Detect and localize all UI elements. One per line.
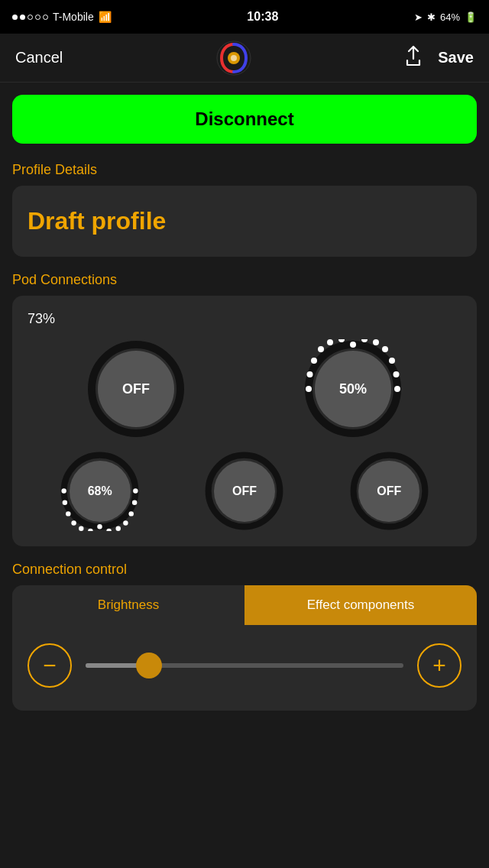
svg-point-29	[129, 511, 134, 516]
tab-switcher: Brightness Effect components	[12, 585, 477, 625]
main-content: Disconnect Profile Details Draft profile…	[0, 83, 489, 738]
location-icon: ➤	[414, 11, 423, 23]
slider-track	[86, 663, 403, 668]
svg-point-16	[307, 371, 313, 377]
svg-point-31	[133, 488, 138, 493]
pod-card: 73% OFF	[12, 296, 477, 546]
tab-brightness[interactable]: Brightness	[12, 585, 244, 625]
connection-section-label: Connection control	[12, 562, 477, 578]
dot-4	[35, 15, 40, 20]
signal-strength	[12, 15, 48, 20]
svg-point-9	[373, 339, 379, 345]
pod-4-label: OFF	[214, 461, 275, 522]
battery-label: 64%	[440, 11, 460, 23]
overall-percent: 73%	[28, 311, 461, 327]
share-button[interactable]	[404, 45, 423, 71]
pod-4[interactable]: OFF	[204, 451, 284, 531]
pod-3-label: 68%	[70, 461, 131, 522]
dot-5	[43, 15, 48, 20]
nav-right: Save	[404, 45, 474, 71]
profile-name: Draft profile	[28, 207, 461, 235]
minus-icon: −	[43, 653, 57, 679]
slider-track-container[interactable]	[86, 663, 403, 668]
carrier-label: T-Mobile	[53, 11, 94, 23]
svg-point-23	[79, 526, 83, 531]
svg-point-7	[389, 358, 395, 364]
bluetooth-icon: ✱	[427, 11, 436, 23]
app-logo	[215, 40, 252, 76]
svg-point-15	[311, 358, 317, 364]
tab-effect-components[interactable]: Effect components	[244, 585, 477, 625]
share-icon	[404, 45, 423, 66]
pod-section-label: Pod Connections	[12, 272, 477, 288]
slider-decrease-button[interactable]: −	[28, 643, 72, 688]
nav-bar: Cancel Save	[0, 34, 489, 83]
svg-point-13	[327, 339, 333, 345]
svg-point-14	[318, 346, 324, 352]
status-right: ➤ ✱ 64% 🔋	[414, 11, 477, 23]
dot-3	[28, 15, 33, 20]
svg-point-21	[66, 511, 70, 516]
svg-point-19	[62, 488, 66, 493]
svg-point-25	[97, 524, 102, 529]
pod-5[interactable]: OFF	[349, 451, 429, 531]
battery-icon: 🔋	[465, 11, 477, 23]
pod-1[interactable]: OFF	[86, 339, 186, 439]
svg-point-2	[231, 55, 237, 61]
pod-2[interactable]: 50%	[303, 339, 403, 439]
svg-point-8	[382, 346, 388, 352]
disconnect-button[interactable]: Disconnect	[12, 95, 477, 144]
svg-point-27	[116, 526, 121, 531]
wifi-icon: 📶	[99, 11, 112, 23]
slider-area: − +	[12, 625, 477, 711]
status-time: 10:38	[247, 10, 278, 24]
slider-increase-button[interactable]: +	[417, 643, 461, 688]
profile-card: Draft profile	[12, 186, 477, 257]
slider-thumb[interactable]	[136, 653, 162, 679]
dot-1	[12, 15, 18, 20]
pod-5-label: OFF	[358, 461, 419, 522]
svg-point-28	[123, 520, 128, 525]
plus-icon: +	[432, 653, 446, 679]
cancel-button[interactable]: Cancel	[15, 49, 63, 66]
dot-2	[20, 15, 25, 20]
pod-3[interactable]: 68%	[60, 451, 140, 531]
connection-card: Brightness Effect components − +	[12, 585, 477, 711]
svg-point-5	[394, 386, 400, 392]
status-left: T-Mobile 📶	[12, 11, 112, 23]
svg-point-6	[393, 371, 400, 377]
status-bar: T-Mobile 📶 10:38 ➤ ✱ 64% 🔋	[0, 0, 489, 34]
svg-point-11	[350, 342, 356, 348]
save-button[interactable]: Save	[438, 49, 474, 66]
svg-point-17	[306, 386, 312, 392]
profile-section-label: Profile Details	[12, 162, 477, 178]
svg-point-20	[63, 500, 67, 505]
pod-1-label: OFF	[98, 351, 174, 427]
svg-point-22	[72, 520, 76, 525]
svg-point-30	[132, 500, 137, 505]
pod-2-label: 50%	[315, 351, 391, 427]
